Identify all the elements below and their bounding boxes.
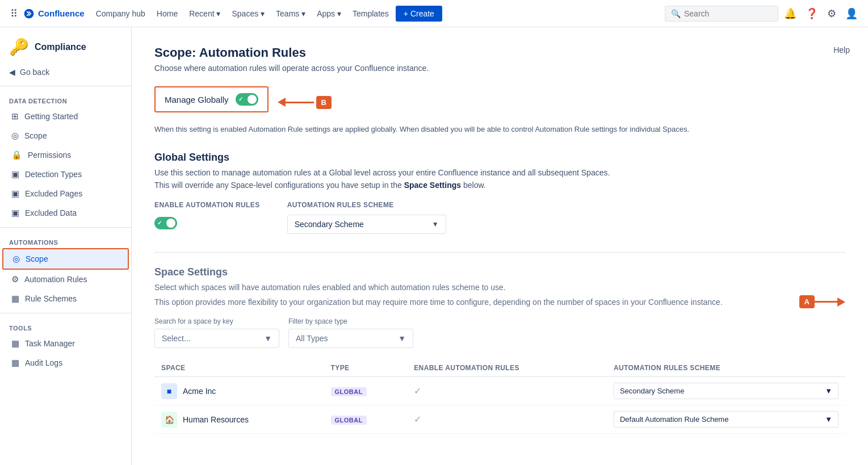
sidebar-item-scope[interactable]: ◎ Scope xyxy=(2,126,129,145)
scheme-value: Secondary Scheme xyxy=(295,220,364,229)
enable-automation-col: Enable Automation Rules ✓ xyxy=(154,201,260,231)
hr-scheme-dropdown[interactable]: Default Automation Rule Scheme ▼ xyxy=(614,411,838,428)
table-row: ■ Acme Inc GLOBAL ✓ Secondary Sc xyxy=(154,377,845,405)
nav-spaces[interactable]: Spaces ▾ xyxy=(227,7,269,20)
logo-text: Confluence xyxy=(38,9,85,18)
annotation-badge-a: A xyxy=(799,295,815,308)
hr-scheme-value: Default Automation Rule Scheme xyxy=(620,415,729,424)
grid-icon[interactable]: ⠿ xyxy=(7,4,21,23)
hr-enable-cell: ✓ xyxy=(407,405,607,434)
acme-enable-check: ✓ xyxy=(414,386,421,396)
manage-globally-label: Manage Globally xyxy=(165,95,229,104)
hr-enable-check: ✓ xyxy=(414,414,421,424)
sidebar-item-detection-types[interactable]: ▣ Detection Types xyxy=(2,165,129,184)
notifications-icon[interactable]: 🔔 xyxy=(781,4,800,23)
sidebar-item-scope-automations[interactable]: ◎ Scope xyxy=(2,248,129,270)
permissions-label: Permissions xyxy=(28,150,71,160)
sidebar-divider xyxy=(0,86,131,86)
sidebar-item-excluded-pages[interactable]: ▣ Excluded Pages xyxy=(2,184,129,203)
settings-icon[interactable]: ⚙ xyxy=(824,4,840,23)
col-type: Type xyxy=(324,359,408,377)
sidebar-item-audit-logs[interactable]: ▦ Audit Logs xyxy=(2,353,129,372)
section-divider xyxy=(154,252,845,253)
help-link[interactable]: Help xyxy=(833,45,850,55)
toggle-thumb xyxy=(248,95,257,104)
filter-type-value: All Types xyxy=(296,334,328,343)
hr-scheme-arrow: ▼ xyxy=(825,415,832,424)
nav-recent[interactable]: Recent ▾ xyxy=(184,7,225,20)
sidebar-section-automations: AUTOMATIONS xyxy=(0,232,131,248)
audit-logs-label: Audit Logs xyxy=(25,358,62,367)
sidebar-logo-area: 🔑 Compliance xyxy=(0,27,131,63)
acme-icon: ■ xyxy=(161,383,177,399)
search-box[interactable]: 🔍 xyxy=(665,6,778,22)
sidebar-item-automation-rules[interactable]: ⚙ Automation Rules xyxy=(2,270,129,289)
search-icon: 🔍 xyxy=(671,9,681,18)
toggle-check-icon: ✓ xyxy=(238,96,243,102)
nav-teams[interactable]: Teams ▾ xyxy=(271,7,310,20)
permissions-icon: 🔒 xyxy=(11,150,22,160)
nav-company-hub[interactable]: Company hub xyxy=(91,7,150,20)
global-settings-title: Global Settings xyxy=(154,152,845,164)
help-icon[interactable]: ❓ xyxy=(802,4,821,23)
acme-scheme-cell: Secondary Scheme ▼ xyxy=(607,377,845,405)
filter-type-dropdown[interactable]: All Types ▼ xyxy=(288,329,413,348)
back-arrow-icon: ◀ xyxy=(9,68,15,77)
filter-row: Search for a space by key Select... ▼ Fi… xyxy=(154,317,845,348)
page-title: Scope: Automation Rules xyxy=(154,45,845,60)
acme-scheme-arrow: ▼ xyxy=(825,387,832,395)
sidebar-item-task-manager[interactable]: ▦ Task Manager xyxy=(2,334,129,353)
filter-type-col: Filter by space type All Types ▼ xyxy=(288,317,413,348)
sidebar-divider-3 xyxy=(0,313,131,313)
confluence-logo[interactable]: Confluence xyxy=(23,8,85,19)
acme-type-cell: GLOBAL xyxy=(324,377,408,405)
enable-automation-label: Enable Automation Rules xyxy=(154,201,260,209)
sidebar-item-getting-started[interactable]: ⊞ Getting Started xyxy=(2,107,129,126)
col-enable: Enable Automation Rules xyxy=(407,359,607,377)
space-settings-note: This option provides more flexibility to… xyxy=(154,298,790,307)
global-settings-desc2: This will override any Space-level confi… xyxy=(154,181,845,190)
search-space-col: Search for a space by key Select... ▼ xyxy=(154,317,279,348)
nav-apps[interactable]: Apps ▾ xyxy=(312,7,346,20)
global-toggle-thumb xyxy=(166,219,175,228)
acme-scheme-dropdown[interactable]: Secondary Scheme ▼ xyxy=(614,383,838,399)
search-input[interactable] xyxy=(684,9,764,18)
excluded-data-icon: ▣ xyxy=(11,208,19,218)
getting-started-icon: ⊞ xyxy=(11,111,19,122)
sidebar-section-tools: TOOLS xyxy=(0,318,131,334)
hr-type-cell: GLOBAL xyxy=(324,405,408,434)
space-cell-hr: 🏠 Human Resources xyxy=(154,405,324,434)
scheme-dropdown[interactable]: Secondary Scheme ▼ xyxy=(287,215,446,234)
excluded-pages-icon: ▣ xyxy=(11,188,19,199)
toggle-track: ✓ xyxy=(236,93,258,106)
col-scheme: Automation Rules Scheme xyxy=(607,359,845,377)
sidebar-item-excluded-data[interactable]: ▣ Excluded Data xyxy=(2,203,129,223)
annotation-a-row: This option provides more flexibility to… xyxy=(154,295,845,308)
nav-templates[interactable]: Templates xyxy=(348,7,393,20)
sidebar-item-rule-schemes[interactable]: ▦ Rule Schemes xyxy=(2,289,129,308)
global-settings-grid: Enable Automation Rules ✓ Automation Rul… xyxy=(154,201,845,234)
scope-label: Scope xyxy=(24,131,47,140)
annotation-a-group: A xyxy=(797,295,845,308)
sidebar-item-permissions[interactable]: 🔒 Permissions xyxy=(2,145,129,165)
space-table: Space Type Enable Automation Rules Autom… xyxy=(154,359,845,434)
task-manager-icon: ▦ xyxy=(11,338,19,349)
a-arrow-shaft xyxy=(815,301,837,303)
audit-logs-icon: ▦ xyxy=(11,358,19,368)
enable-automation-toggle[interactable]: ✓ xyxy=(154,215,260,231)
detection-types-label: Detection Types xyxy=(25,170,82,179)
dropdown-arrow-icon: ▼ xyxy=(432,220,439,228)
go-back-button[interactable]: ◀ Go back xyxy=(0,63,131,81)
search-space-dropdown[interactable]: Select... ▼ xyxy=(154,329,279,348)
hr-icon: 🏠 xyxy=(161,412,177,428)
sidebar-section-data-detection: DATA DETECTION xyxy=(0,91,131,107)
table-header-row: Space Type Enable Automation Rules Autom… xyxy=(154,359,845,377)
app-icon: 🔑 xyxy=(9,37,29,56)
hr-scheme-cell: Default Automation Rule Scheme ▼ xyxy=(607,405,845,434)
search-space-label: Search for a space by key xyxy=(154,317,279,325)
manage-globally-toggle[interactable]: ✓ xyxy=(236,93,258,106)
rule-schemes-label: Rule Schemes xyxy=(25,294,77,303)
nav-home[interactable]: Home xyxy=(152,7,182,20)
create-button[interactable]: + Create xyxy=(396,6,442,22)
avatar-icon[interactable]: 👤 xyxy=(842,4,861,23)
